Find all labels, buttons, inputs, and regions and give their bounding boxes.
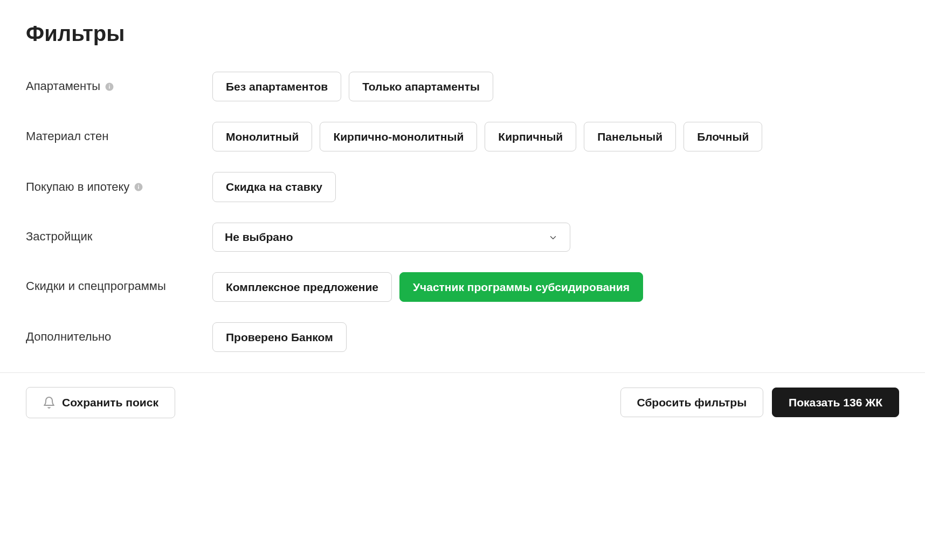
label-discounts: Скидки и спецпрограммы (26, 272, 212, 294)
footer-right: Сбросить фильтры Показать 136 ЖК (620, 388, 900, 417)
option-panel[interactable]: Панельный (584, 122, 676, 151)
page-title: Фильтры (26, 22, 899, 46)
label-mortgage: Покупаю в ипотеку (26, 179, 212, 195)
row-apartments: Апартаменты Без апартаментов Только апар… (26, 72, 899, 101)
row-mortgage: Покупаю в ипотеку Скидка на ставку (26, 172, 899, 202)
row-extra: Дополнительно Проверено Банком (26, 322, 899, 352)
info-icon[interactable] (105, 82, 114, 92)
row-wall-material: Материал стен Монолитный Кирпично-моноли… (26, 122, 899, 151)
option-no-apartments[interactable]: Без апартаментов (212, 72, 341, 101)
save-search-label: Сохранить поиск (62, 397, 158, 408)
label-developer: Застройщик (26, 229, 212, 245)
options-mortgage: Скидка на ставку (212, 172, 336, 202)
label-extra: Дополнительно (26, 329, 212, 345)
option-block[interactable]: Блочный (684, 122, 762, 151)
options-extra: Проверено Банком (212, 322, 347, 352)
label-text: Материал стен (26, 129, 108, 144)
option-bank-verified[interactable]: Проверено Банком (212, 322, 347, 352)
label-text: Дополнительно (26, 329, 111, 345)
option-subsidy-program[interactable]: Участник программы субсидирования (399, 272, 643, 302)
label-apartments: Апартаменты (26, 79, 212, 94)
label-text: Застройщик (26, 229, 92, 245)
developer-select-value: Не выбрано (225, 231, 293, 244)
reset-filters-button[interactable]: Сбросить фильтры (620, 388, 764, 417)
chevron-down-icon (548, 232, 558, 242)
label-text: Скидки и спецпрограммы (26, 279, 166, 294)
svg-point-2 (109, 84, 110, 85)
row-discounts: Скидки и спецпрограммы Комплексное предл… (26, 272, 899, 302)
bell-save-icon (43, 396, 56, 409)
option-only-apartments[interactable]: Только апартаменты (349, 72, 493, 101)
option-complex-offer[interactable]: Комплексное предложение (212, 272, 392, 302)
option-brick-monolithic[interactable]: Кирпично-монолитный (320, 122, 477, 151)
save-search-button[interactable]: Сохранить поиск (26, 387, 175, 418)
options-wall-material: Монолитный Кирпично-монолитный Кирпичный… (212, 122, 762, 151)
options-apartments: Без апартаментов Только апартаменты (212, 72, 493, 101)
info-icon[interactable] (134, 182, 143, 192)
label-text: Покупаю в ипотеку (26, 179, 129, 195)
svg-rect-1 (109, 86, 110, 88)
label-text: Апартаменты (26, 79, 100, 94)
label-wall-material: Материал стен (26, 129, 212, 144)
show-results-button[interactable]: Показать 136 ЖК (772, 388, 899, 417)
divider (0, 372, 925, 373)
option-brick[interactable]: Кирпичный (485, 122, 576, 151)
svg-rect-4 (139, 186, 140, 189)
option-monolithic[interactable]: Монолитный (212, 122, 312, 151)
option-rate-discount[interactable]: Скидка на ставку (212, 172, 336, 202)
row-developer: Застройщик Не выбрано (26, 223, 899, 252)
filters-panel: Фильтры Апартаменты Без апартаментов Тол… (0, 0, 925, 352)
options-discounts: Комплексное предложение Участник програм… (212, 272, 643, 302)
svg-point-5 (138, 185, 139, 186)
developer-select[interactable]: Не выбрано (212, 223, 570, 252)
footer: Сохранить поиск Сбросить фильтры Показат… (0, 387, 925, 440)
